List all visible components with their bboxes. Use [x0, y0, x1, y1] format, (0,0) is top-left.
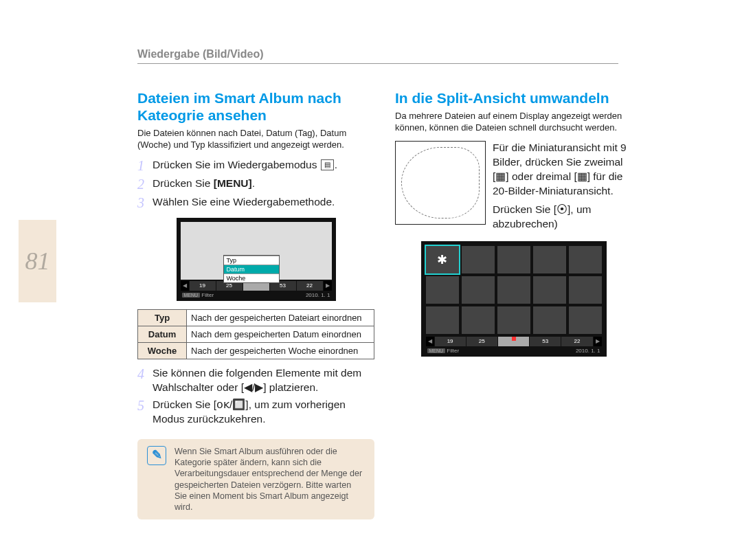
thumb [462, 276, 495, 304]
thumb-selected: ✱ [426, 246, 459, 273]
step-number: 5 [137, 398, 153, 414]
left-column: Dateien im Smart Album nach Kateogrie an… [137, 89, 374, 519]
info-note: ✎ Wenn Sie Smart Album ausführen oder di… [137, 439, 374, 520]
grid-icon: ▤ [321, 159, 334, 170]
steps-list: 1 Drücken Sie im Wiedergabemodus ▤. 2 Dr… [137, 158, 374, 211]
step-text-5: Drücken Sie [ᴏᴋ/🔲], um zum vorherigen Mo… [153, 398, 374, 427]
thumb [569, 246, 602, 273]
intro-right: Da mehrere Dateien auf einem Display ang… [395, 111, 632, 134]
camera-screen-preview: Typ Datum Woche ◀ 19 25 53 22 ▶ MENU Fil… [177, 218, 336, 301]
table-row: TypNach der gespeicherten Dateiart einor… [138, 310, 374, 326]
thumb [462, 306, 495, 334]
thumb [497, 276, 530, 304]
step-text-2: Drücken Sie [MENU]. [153, 177, 255, 191]
step-text-3: Wählen Sie eine Wiedergabemethode. [153, 195, 335, 210]
note-text: Wenn Sie Smart Album ausführen oder die … [175, 446, 365, 513]
step-number: 3 [137, 195, 153, 211]
step-number: 2 [137, 177, 153, 192]
page-number: 81 [25, 247, 50, 276]
thumb [533, 306, 566, 334]
timeline-strip: ◀ 19 25 53 22 ▶ [426, 337, 602, 346]
thumb [569, 306, 602, 334]
thumb [497, 306, 530, 334]
definition-table: TypNach der gespeicherten Dateiart einor… [137, 309, 374, 359]
menu-chip: MENU [182, 293, 201, 298]
step-number: 4 [137, 366, 153, 382]
camera-lineart-figure [395, 141, 486, 225]
thumb [497, 246, 530, 273]
screen-date: 2010. 1. 1 [306, 292, 330, 298]
section-heading-right: In die Split-Ansicht umwandeln [395, 89, 632, 107]
intro-left: Die Dateien können nach Datei, Datum (Ta… [137, 128, 374, 151]
thumb [533, 246, 566, 273]
section-heading-left: Dateien im Smart Album nach Kateogrie an… [137, 89, 374, 124]
dropdown-option-selected: Datum [224, 265, 279, 273]
thumbnail-grid-preview: ✱ ◀ 19 2 [421, 241, 607, 357]
step-text-4: Sie können die folgenden Elemente mit de… [153, 366, 374, 395]
table-row: WocheNach der gespeicherten Woche einord… [138, 343, 374, 359]
right-column: In die Split-Ansicht umwandeln Da mehrer… [395, 89, 632, 519]
step-number: 1 [137, 158, 153, 174]
content-grid: Dateien im Smart Album nach Kateogrie an… [137, 89, 632, 519]
dropdown-option: Woche [224, 273, 279, 282]
menu-chip: MENU [427, 348, 446, 353]
thumb [426, 276, 459, 304]
info-icon: ✎ [147, 446, 166, 465]
table-row: DatumNach dem gespeicherten Datum einord… [138, 326, 374, 343]
thumb [569, 276, 602, 304]
thumb [462, 246, 495, 273]
screen-date: 2010. 1. 1 [576, 348, 600, 354]
page-number-tab: 81 [19, 220, 56, 302]
step-text-1: Drücken Sie im Wiedergabemodus ▤. [153, 158, 337, 172]
thumb [426, 306, 459, 334]
thumb [533, 276, 566, 304]
filter-dropdown: Typ Datum Woche [223, 255, 280, 283]
breadcrumb: Wiedergabe (Bild/Video) [137, 48, 618, 64]
dropdown-option: Typ [224, 256, 279, 265]
